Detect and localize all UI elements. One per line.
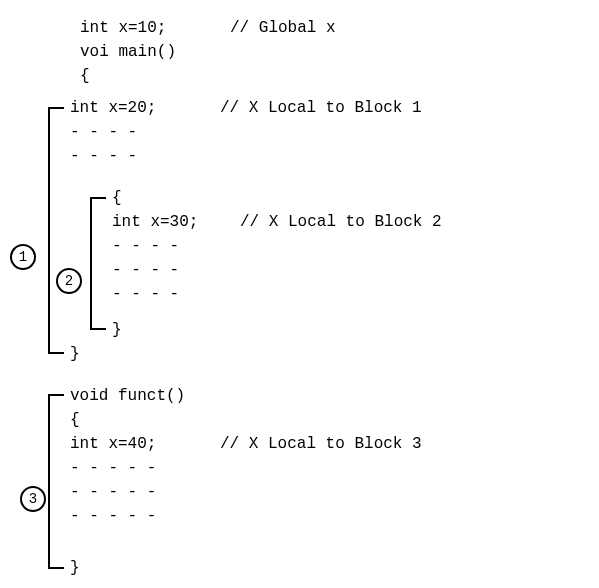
code-line: voi main() — [80, 44, 176, 60]
code-line: int x=20; — [70, 100, 156, 116]
code-line: - - - - - — [70, 508, 156, 524]
code-line: void funct() — [70, 388, 185, 404]
code-comment: // X Local to Block 3 — [220, 436, 422, 452]
code-line: - - - - - — [70, 460, 156, 476]
code-line: - - - - — [70, 124, 137, 140]
code-line: } — [112, 322, 122, 338]
code-line: { — [70, 412, 80, 428]
code-line: int x=40; — [70, 436, 156, 452]
bracket-block-3 — [48, 394, 50, 569]
code-comment: // X Local to Block 2 — [240, 214, 442, 230]
bracket-block-2 — [90, 197, 92, 330]
bracket-block-1 — [48, 107, 50, 354]
label-block-2: 2 — [56, 268, 82, 294]
code-line: - - - - — [70, 148, 137, 164]
code-line: } — [70, 346, 80, 362]
code-line: int x=10; — [80, 20, 166, 36]
code-line: - - - - - — [70, 484, 156, 500]
code-line: } — [70, 560, 80, 576]
scope-diagram: 1 2 3 int x=10; // Global x voi main() {… — [0, 0, 599, 588]
code-line: { — [112, 190, 122, 206]
code-comment: // Global x — [230, 20, 336, 36]
code-comment: // X Local to Block 1 — [220, 100, 422, 116]
code-line: - - - - — [112, 238, 179, 254]
code-line: - - - - — [112, 262, 179, 278]
code-line: int x=30; — [112, 214, 198, 230]
code-line: { — [80, 68, 90, 84]
code-line: - - - - — [112, 286, 179, 302]
label-block-3: 3 — [20, 486, 46, 512]
label-block-1: 1 — [10, 244, 36, 270]
